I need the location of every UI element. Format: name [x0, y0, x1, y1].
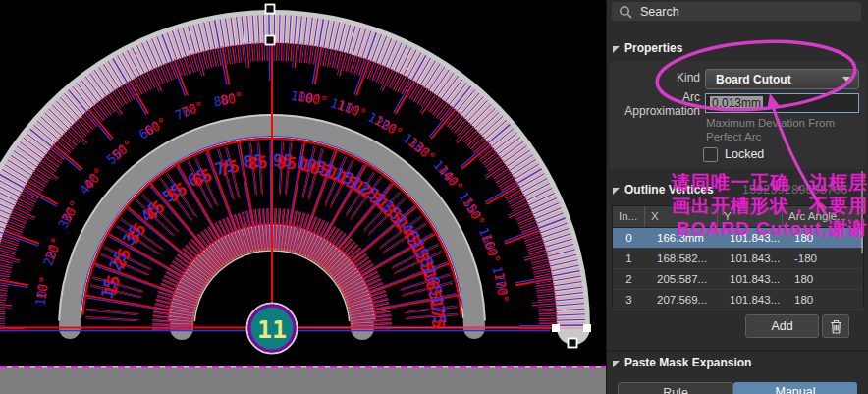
vertex-cell[interactable]: 0 — [613, 228, 645, 248]
outline-vertices-section-header[interactable]: Outline Vertices — [624, 183, 714, 197]
arc-approximation-value: 0.013mm — [710, 96, 763, 110]
rule-button-label: Rule — [663, 386, 688, 394]
arc-approximation-input[interactable]: 0.013mm — [705, 93, 859, 113]
kind-label: Kind — [607, 71, 700, 85]
column-header[interactable]: Arc Angle... — [783, 206, 861, 227]
vertex-row[interactable]: 3207.569...101.843...180 — [613, 290, 863, 310]
column-header[interactable]: X — [645, 206, 718, 227]
vertex-cell[interactable]: 180 — [783, 290, 861, 310]
vertex-row[interactable]: 2205.587...101.843...180 — [613, 269, 863, 290]
rule-button[interactable]: Rule — [618, 382, 733, 394]
selection-handle[interactable] — [552, 324, 560, 332]
vertex-table-body: 0166.3mm101.843...1801168.582...101.843.… — [613, 228, 863, 310]
arc-approximation-label-2: Approximation — [607, 104, 700, 119]
vertex-cell[interactable]: 207.569... — [645, 290, 718, 310]
vertex-cell[interactable]: 101.843... — [718, 290, 783, 310]
vertex-cell[interactable]: 101.843... — [718, 269, 783, 289]
selection-handle[interactable] — [266, 5, 275, 14]
vertex-cell[interactable]: 180 — [783, 269, 861, 289]
pcb-canvas-svg[interactable]: 10°10°20°20°30°30°40°40°50°50°60°60°70°7… — [0, 0, 606, 394]
locked-label: Locked — [725, 147, 764, 161]
svg-text:20°: 20° — [42, 235, 64, 261]
column-header[interactable]: Y — [718, 206, 783, 227]
vertex-cell[interactable]: 205.587... — [645, 269, 718, 289]
svg-text:175: 175 — [426, 298, 449, 329]
paste-mask-section-header[interactable]: Paste Mask Expansion — [624, 356, 751, 369]
svg-text:170°: 170° — [491, 271, 511, 304]
properties-section-header[interactable]: Properties — [624, 41, 682, 55]
trash-icon — [830, 319, 842, 334]
pcb-canvas[interactable]: 10°10°20°20°30°30°40°40°50°50°60°60°70°7… — [0, 0, 606, 394]
svg-text:15: 15 — [99, 273, 124, 298]
svg-text:110°: 110° — [335, 97, 369, 122]
application-window: 10°10°20°20°30°30°40°40°50°50°60°60°70°7… — [0, 0, 868, 394]
vertex-cell[interactable]: 166.3mm — [645, 228, 718, 248]
collapse-triangle-icon[interactable] — [613, 46, 620, 53]
vertex-cell[interactable]: 180 — [783, 228, 861, 248]
vertex-cell[interactable]: -180 — [783, 249, 861, 268]
add-button[interactable]: Add — [745, 314, 819, 338]
locked-checkbox[interactable] — [703, 147, 718, 162]
manual-button-label: Manual — [776, 385, 816, 394]
section-divider — [607, 350, 868, 352]
search-icon — [619, 5, 632, 19]
svg-text:80°: 80° — [219, 89, 244, 108]
column-header[interactable]: In... — [613, 206, 645, 227]
svg-text:75: 75 — [217, 155, 242, 180]
selection-handle[interactable] — [583, 324, 591, 332]
outline-vertices-table: In...XYArc Angle... 0166.3mm101.843...18… — [612, 205, 864, 307]
add-button-label: Add — [771, 319, 792, 333]
vertex-cell[interactable]: 168.582... — [645, 249, 718, 268]
designator-label: 11 — [257, 315, 287, 344]
collapse-triangle-icon[interactable] — [613, 361, 620, 367]
vertex-cell[interactable]: 101.843... — [718, 228, 783, 248]
selection-handle[interactable] — [569, 339, 577, 348]
vertex-cell[interactable]: 101.843... — [718, 249, 783, 268]
arc-helper-text-2: Perfect Arc — [706, 131, 761, 142]
svg-text:70°: 70° — [179, 98, 205, 120]
delete-button[interactable] — [822, 314, 849, 338]
manual-button[interactable]: Manual — [733, 382, 857, 394]
arc-helper-text: Maximum Deviation From — [706, 117, 835, 129]
vertex-cell[interactable]: 3 — [613, 290, 645, 310]
vertex-cell[interactable]: 1 — [613, 249, 645, 268]
properties-panel: Search Properties Kind Board Cutout Arc … — [606, 0, 868, 394]
kind-value: Board Cutout — [716, 73, 791, 86]
collapse-triangle-icon[interactable] — [613, 188, 620, 195]
chevron-down-icon — [842, 77, 850, 82]
arc-approximation-label: Arc — [607, 90, 700, 105]
selection-handle[interactable] — [266, 36, 275, 45]
svg-text:160°: 160° — [478, 232, 503, 266]
svg-text:85: 85 — [246, 152, 268, 174]
vertex-row[interactable]: 1168.582...101.843...-180 — [613, 249, 863, 269]
vertex-row[interactable]: 0166.3mm101.843...180 — [613, 228, 863, 249]
search-input[interactable]: Search — [612, 2, 861, 21]
table-header-row: In...XYArc Angle... — [613, 206, 863, 228]
svg-text:10°: 10° — [33, 275, 52, 301]
vertex-cell[interactable]: 2 — [613, 269, 645, 289]
kind-dropdown[interactable]: Board Cutout — [705, 69, 859, 89]
svg-text:100°: 100° — [296, 89, 328, 109]
search-placeholder: Search — [640, 5, 679, 19]
svg-text:120°: 120° — [371, 112, 406, 141]
